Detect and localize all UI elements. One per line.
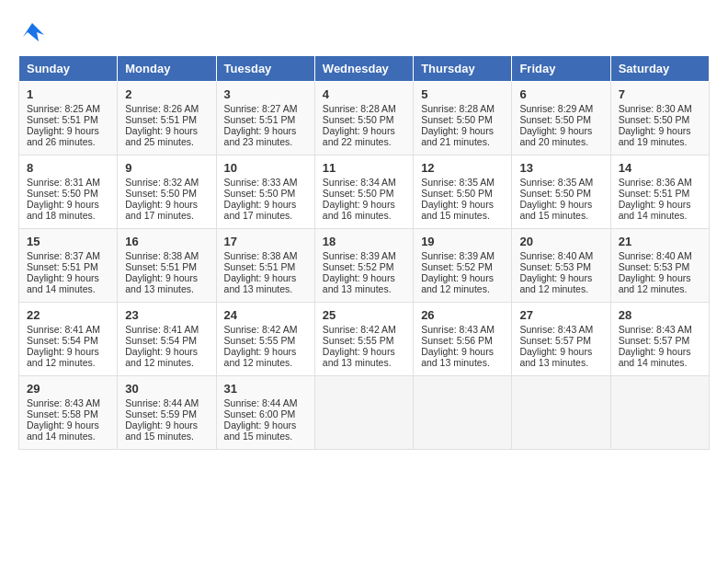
day-info: Daylight: 9 hours and 17 minutes.	[224, 199, 307, 221]
day-info: Daylight: 9 hours and 14 minutes.	[619, 346, 701, 368]
logo-icon	[18, 18, 46, 46]
calendar-cell: 13Sunrise: 8:35 AMSunset: 5:50 PMDayligh…	[512, 155, 610, 229]
calendar-cell: 23Sunrise: 8:41 AMSunset: 5:54 PMDayligh…	[118, 303, 216, 376]
calendar-cell	[610, 376, 709, 450]
day-header-wednesday: Wednesday	[314, 56, 413, 82]
day-info: Sunrise: 8:35 AM	[421, 177, 504, 188]
day-info: Sunrise: 8:33 AM	[224, 177, 307, 188]
calendar-cell: 30Sunrise: 8:44 AMSunset: 5:59 PMDayligh…	[118, 376, 216, 450]
day-info: Sunrise: 8:43 AM	[519, 324, 602, 335]
day-number: 25	[323, 308, 405, 322]
day-header-monday: Monday	[118, 56, 216, 82]
calendar-body: 1Sunrise: 8:25 AMSunset: 5:51 PMDaylight…	[19, 82, 710, 450]
day-number: 31	[224, 382, 307, 396]
calendar-cell: 7Sunrise: 8:30 AMSunset: 5:50 PMDaylight…	[610, 82, 709, 155]
day-info: Sunset: 5:50 PM	[519, 188, 602, 199]
day-info: Sunset: 5:50 PM	[323, 114, 405, 125]
day-number: 1	[27, 87, 109, 101]
day-number: 6	[519, 87, 602, 101]
day-info: Sunrise: 8:35 AM	[519, 177, 602, 188]
day-info: Daylight: 9 hours and 16 minutes.	[323, 199, 405, 221]
day-header-tuesday: Tuesday	[216, 56, 314, 82]
day-header-thursday: Thursday	[414, 56, 512, 82]
day-info: Sunrise: 8:36 AM	[619, 177, 701, 188]
day-info: Daylight: 9 hours and 18 minutes.	[27, 199, 109, 221]
day-info: Sunrise: 8:41 AM	[125, 324, 208, 335]
day-number: 2	[125, 87, 208, 101]
day-info: Sunset: 5:50 PM	[224, 188, 307, 199]
day-info: Sunset: 5:51 PM	[27, 114, 109, 125]
day-info: Daylight: 9 hours and 14 minutes.	[27, 419, 109, 442]
calendar-cell: 5Sunrise: 8:28 AMSunset: 5:50 PMDaylight…	[414, 82, 512, 155]
calendar-cell: 17Sunrise: 8:38 AMSunset: 5:51 PMDayligh…	[216, 229, 314, 303]
calendar-cell: 27Sunrise: 8:43 AMSunset: 5:57 PMDayligh…	[512, 303, 610, 376]
day-info: Daylight: 9 hours and 13 minutes.	[323, 346, 405, 368]
day-number: 7	[619, 87, 701, 101]
day-info: Sunrise: 8:31 AM	[27, 177, 109, 188]
day-info: Sunrise: 8:30 AM	[619, 103, 701, 114]
calendar-cell: 12Sunrise: 8:35 AMSunset: 5:50 PMDayligh…	[414, 155, 512, 229]
day-info: Daylight: 9 hours and 17 minutes.	[125, 199, 208, 221]
day-info: Daylight: 9 hours and 12 minutes.	[519, 272, 602, 294]
calendar-cell: 20Sunrise: 8:40 AMSunset: 5:53 PMDayligh…	[512, 229, 610, 303]
day-number: 12	[421, 161, 504, 175]
day-info: Sunset: 5:51 PM	[27, 261, 109, 272]
calendar-cell: 9Sunrise: 8:32 AMSunset: 5:50 PMDaylight…	[118, 155, 216, 229]
day-number: 20	[519, 235, 602, 248]
day-info: Sunrise: 8:26 AM	[125, 103, 208, 114]
day-info: Sunset: 5:57 PM	[519, 335, 602, 346]
calendar-cell: 4Sunrise: 8:28 AMSunset: 5:50 PMDaylight…	[314, 82, 413, 155]
day-info: Sunset: 5:53 PM	[619, 261, 701, 272]
svg-marker-0	[23, 23, 44, 41]
day-info: Sunset: 5:57 PM	[619, 335, 701, 346]
day-info: Sunset: 5:56 PM	[421, 335, 504, 346]
day-info: Daylight: 9 hours and 12 minutes.	[421, 272, 504, 294]
day-info: Daylight: 9 hours and 12 minutes.	[27, 346, 109, 368]
day-info: Sunrise: 8:25 AM	[27, 103, 109, 114]
day-number: 24	[224, 308, 307, 322]
day-info: Sunset: 5:50 PM	[519, 114, 602, 125]
day-info: Daylight: 9 hours and 19 minutes.	[619, 125, 701, 147]
day-number: 9	[125, 161, 208, 175]
day-number: 3	[224, 87, 307, 101]
day-number: 27	[519, 308, 602, 322]
day-info: Sunset: 6:00 PM	[224, 408, 307, 419]
day-info: Sunset: 5:51 PM	[224, 261, 307, 272]
day-info: Sunrise: 8:43 AM	[27, 397, 109, 408]
day-info: Sunrise: 8:39 AM	[421, 250, 504, 261]
day-number: 8	[27, 161, 109, 175]
day-info: Sunset: 5:50 PM	[421, 188, 504, 199]
day-info: Sunrise: 8:38 AM	[224, 250, 307, 261]
day-info: Sunset: 5:59 PM	[125, 408, 208, 419]
day-number: 13	[519, 161, 602, 175]
calendar-cell: 22Sunrise: 8:41 AMSunset: 5:54 PMDayligh…	[19, 303, 118, 376]
day-number: 14	[619, 161, 701, 175]
day-info: Sunrise: 8:42 AM	[224, 324, 307, 335]
calendar-header-row: SundayMondayTuesdayWednesdayThursdayFrid…	[19, 56, 710, 82]
calendar-cell: 18Sunrise: 8:39 AMSunset: 5:52 PMDayligh…	[314, 229, 413, 303]
day-number: 5	[421, 87, 504, 101]
day-info: Sunset: 5:58 PM	[27, 408, 109, 419]
day-info: Daylight: 9 hours and 14 minutes.	[619, 199, 701, 221]
day-info: Sunset: 5:55 PM	[323, 335, 405, 346]
day-info: Daylight: 9 hours and 12 minutes.	[619, 272, 701, 294]
calendar-cell: 29Sunrise: 8:43 AMSunset: 5:58 PMDayligh…	[19, 376, 118, 450]
day-info: Daylight: 9 hours and 15 minutes.	[519, 199, 602, 221]
day-number: 11	[323, 161, 405, 175]
day-info: Sunset: 5:50 PM	[27, 188, 109, 199]
day-header-friday: Friday	[512, 56, 610, 82]
day-number: 16	[125, 235, 208, 248]
day-info: Sunset: 5:53 PM	[519, 261, 602, 272]
calendar-cell: 10Sunrise: 8:33 AMSunset: 5:50 PMDayligh…	[216, 155, 314, 229]
day-header-saturday: Saturday	[610, 56, 709, 82]
day-info: Daylight: 9 hours and 15 minutes.	[125, 419, 208, 442]
calendar-cell	[512, 376, 610, 450]
day-info: Daylight: 9 hours and 22 minutes.	[323, 125, 405, 147]
calendar-week-row: 22Sunrise: 8:41 AMSunset: 5:54 PMDayligh…	[19, 303, 710, 376]
day-info: Sunset: 5:51 PM	[224, 114, 307, 125]
calendar-cell: 15Sunrise: 8:37 AMSunset: 5:51 PMDayligh…	[19, 229, 118, 303]
day-info: Daylight: 9 hours and 23 minutes.	[224, 125, 307, 147]
calendar-cell: 21Sunrise: 8:40 AMSunset: 5:53 PMDayligh…	[610, 229, 709, 303]
logo	[18, 18, 50, 46]
day-info: Sunrise: 8:41 AM	[27, 324, 109, 335]
